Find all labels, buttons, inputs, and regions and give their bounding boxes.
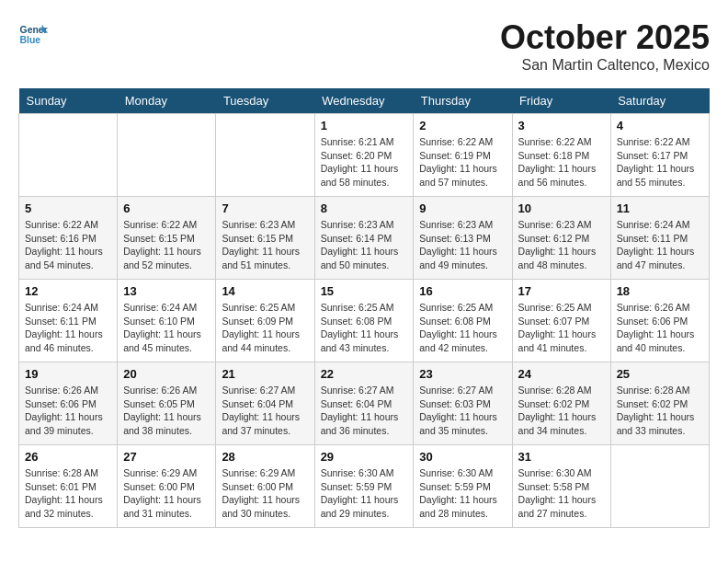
day-cell	[216, 114, 314, 197]
day-number: 3	[518, 119, 605, 132]
day-number: 31	[518, 450, 605, 464]
day-info: Sunrise: 6:23 AMSunset: 6:14 PMDaylight:…	[321, 218, 408, 272]
day-info: Sunrise: 6:29 AMSunset: 6:00 PMDaylight:…	[123, 466, 210, 521]
day-number: 28	[222, 450, 308, 464]
week-row-4: 19Sunrise: 6:26 AMSunset: 6:06 PMDayligh…	[19, 362, 710, 445]
day-cell: 3Sunrise: 6:22 AMSunset: 6:18 PMDaylight…	[512, 114, 610, 197]
day-number: 29	[321, 450, 408, 464]
day-number: 9	[419, 201, 506, 215]
day-cell: 18Sunrise: 6:26 AMSunset: 6:06 PMDayligh…	[610, 280, 709, 362]
day-info: Sunrise: 6:22 AMSunset: 6:19 PMDaylight:…	[419, 135, 506, 190]
day-number: 14	[222, 284, 308, 298]
title-block: October 2025 San Martin Caltenco, Mexico	[500, 18, 710, 74]
day-number: 25	[617, 367, 703, 381]
day-cell: 21Sunrise: 6:27 AMSunset: 6:04 PMDayligh…	[216, 362, 314, 445]
day-info: Sunrise: 6:24 AMSunset: 6:11 PMDaylight:…	[617, 218, 703, 272]
day-info: Sunrise: 6:27 AMSunset: 6:04 PMDaylight:…	[222, 384, 308, 438]
day-info: Sunrise: 6:28 AMSunset: 6:01 PMDaylight:…	[25, 466, 111, 521]
day-cell: 24Sunrise: 6:28 AMSunset: 6:02 PMDayligh…	[512, 362, 610, 445]
day-number: 26	[25, 450, 111, 464]
day-cell: 19Sunrise: 6:26 AMSunset: 6:06 PMDayligh…	[19, 362, 118, 445]
day-cell	[19, 114, 118, 197]
weekday-header-monday: Monday	[118, 88, 216, 114]
location-subtitle: San Martin Caltenco, Mexico	[500, 57, 710, 74]
weekday-header-friday: Friday	[512, 88, 610, 114]
month-title: October 2025	[500, 18, 710, 57]
day-number: 23	[419, 367, 506, 381]
day-cell: 25Sunrise: 6:28 AMSunset: 6:02 PMDayligh…	[610, 362, 709, 445]
weekday-header-thursday: Thursday	[414, 88, 512, 114]
day-cell: 1Sunrise: 6:21 AMSunset: 6:20 PMDaylight…	[314, 114, 414, 197]
day-cell: 20Sunrise: 6:26 AMSunset: 6:05 PMDayligh…	[118, 362, 216, 445]
weekday-header-row: SundayMondayTuesdayWednesdayThursdayFrid…	[19, 88, 710, 114]
day-number: 4	[617, 119, 703, 132]
logo: General Blue	[18, 18, 48, 48]
day-cell: 8Sunrise: 6:23 AMSunset: 6:14 PMDaylight…	[314, 197, 414, 280]
day-number: 21	[222, 367, 308, 381]
day-number: 18	[617, 284, 703, 298]
day-info: Sunrise: 6:25 AMSunset: 6:08 PMDaylight:…	[321, 301, 408, 355]
day-number: 20	[123, 367, 210, 381]
day-number: 13	[123, 284, 210, 298]
day-cell: 30Sunrise: 6:30 AMSunset: 5:59 PMDayligh…	[414, 445, 512, 528]
weekday-header-tuesday: Tuesday	[216, 88, 314, 114]
day-cell: 17Sunrise: 6:25 AMSunset: 6:07 PMDayligh…	[512, 280, 610, 362]
week-row-5: 26Sunrise: 6:28 AMSunset: 6:01 PMDayligh…	[19, 445, 710, 528]
day-cell: 2Sunrise: 6:22 AMSunset: 6:19 PMDaylight…	[414, 114, 512, 197]
day-number: 10	[518, 201, 605, 215]
day-number: 22	[321, 367, 408, 381]
day-cell: 12Sunrise: 6:24 AMSunset: 6:11 PMDayligh…	[19, 280, 118, 362]
day-number: 11	[617, 201, 703, 215]
day-cell: 22Sunrise: 6:27 AMSunset: 6:04 PMDayligh…	[314, 362, 414, 445]
day-cell: 15Sunrise: 6:25 AMSunset: 6:08 PMDayligh…	[314, 280, 414, 362]
day-info: Sunrise: 6:26 AMSunset: 6:06 PMDaylight:…	[25, 384, 111, 438]
day-cell: 13Sunrise: 6:24 AMSunset: 6:10 PMDayligh…	[118, 280, 216, 362]
day-info: Sunrise: 6:24 AMSunset: 6:11 PMDaylight:…	[25, 301, 111, 355]
day-cell: 10Sunrise: 6:23 AMSunset: 6:12 PMDayligh…	[512, 197, 610, 280]
day-cell: 26Sunrise: 6:28 AMSunset: 6:01 PMDayligh…	[19, 445, 118, 528]
day-cell: 14Sunrise: 6:25 AMSunset: 6:09 PMDayligh…	[216, 280, 314, 362]
day-cell: 16Sunrise: 6:25 AMSunset: 6:08 PMDayligh…	[414, 280, 512, 362]
day-info: Sunrise: 6:28 AMSunset: 6:02 PMDaylight:…	[617, 384, 703, 438]
day-number: 1	[321, 119, 408, 132]
weekday-header-wednesday: Wednesday	[314, 88, 414, 114]
day-info: Sunrise: 6:26 AMSunset: 6:05 PMDaylight:…	[123, 384, 210, 438]
weekday-header-sunday: Sunday	[19, 88, 118, 114]
day-info: Sunrise: 6:27 AMSunset: 6:03 PMDaylight:…	[419, 384, 506, 438]
day-number: 7	[222, 201, 308, 215]
day-info: Sunrise: 6:22 AMSunset: 6:18 PMDaylight:…	[518, 135, 605, 190]
day-cell: 28Sunrise: 6:29 AMSunset: 6:00 PMDayligh…	[216, 445, 314, 528]
day-number: 5	[25, 201, 111, 215]
day-info: Sunrise: 6:22 AMSunset: 6:17 PMDaylight:…	[617, 135, 703, 190]
day-info: Sunrise: 6:30 AMSunset: 5:59 PMDaylight:…	[321, 466, 408, 521]
day-cell: 27Sunrise: 6:29 AMSunset: 6:00 PMDayligh…	[118, 445, 216, 528]
day-cell: 29Sunrise: 6:30 AMSunset: 5:59 PMDayligh…	[314, 445, 414, 528]
day-info: Sunrise: 6:25 AMSunset: 6:09 PMDaylight:…	[222, 301, 308, 355]
day-number: 19	[25, 367, 111, 381]
day-info: Sunrise: 6:27 AMSunset: 6:04 PMDaylight:…	[321, 384, 408, 438]
week-row-1: 1Sunrise: 6:21 AMSunset: 6:20 PMDaylight…	[19, 114, 710, 197]
day-cell: 9Sunrise: 6:23 AMSunset: 6:13 PMDaylight…	[414, 197, 512, 280]
day-number: 16	[419, 284, 506, 298]
week-row-2: 5Sunrise: 6:22 AMSunset: 6:16 PMDaylight…	[19, 197, 710, 280]
day-cell: 23Sunrise: 6:27 AMSunset: 6:03 PMDayligh…	[414, 362, 512, 445]
day-info: Sunrise: 6:28 AMSunset: 6:02 PMDaylight:…	[518, 384, 605, 438]
day-info: Sunrise: 6:24 AMSunset: 6:10 PMDaylight:…	[123, 301, 210, 355]
day-info: Sunrise: 6:30 AMSunset: 5:58 PMDaylight:…	[518, 466, 605, 521]
day-number: 2	[419, 119, 506, 132]
day-cell: 31Sunrise: 6:30 AMSunset: 5:58 PMDayligh…	[512, 445, 610, 528]
page-header: General Blue October 2025 San Martin Cal…	[18, 18, 710, 74]
day-info: Sunrise: 6:21 AMSunset: 6:20 PMDaylight:…	[321, 135, 408, 190]
day-info: Sunrise: 6:23 AMSunset: 6:12 PMDaylight:…	[518, 218, 605, 272]
day-number: 27	[123, 450, 210, 464]
day-cell: 4Sunrise: 6:22 AMSunset: 6:17 PMDaylight…	[610, 114, 709, 197]
day-number: 12	[25, 284, 111, 298]
day-number: 30	[419, 450, 506, 464]
day-number: 15	[321, 284, 408, 298]
day-info: Sunrise: 6:29 AMSunset: 6:00 PMDaylight:…	[222, 466, 308, 521]
day-info: Sunrise: 6:25 AMSunset: 6:08 PMDaylight:…	[419, 301, 506, 355]
day-info: Sunrise: 6:23 AMSunset: 6:13 PMDaylight:…	[419, 218, 506, 272]
day-info: Sunrise: 6:30 AMSunset: 5:59 PMDaylight:…	[419, 466, 506, 521]
day-info: Sunrise: 6:26 AMSunset: 6:06 PMDaylight:…	[617, 301, 703, 355]
day-cell	[118, 114, 216, 197]
